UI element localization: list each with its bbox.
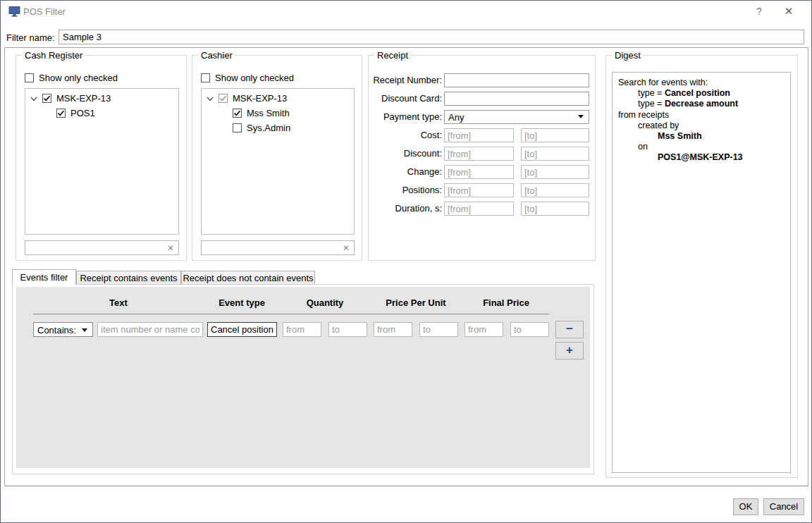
filter-name-input[interactable]: [59, 30, 804, 44]
tree-item-label: Mss Smith: [247, 108, 290, 118]
show-only-checked-label: Show only checked: [39, 73, 118, 83]
checkbox-checked[interactable]: [42, 94, 51, 103]
checkbox-unchecked[interactable]: [233, 123, 242, 133]
checkbox-checked[interactable]: [56, 109, 66, 118]
tree-item-label: MSK-EXP-13: [233, 93, 287, 104]
cashier-filter-input[interactable]: [203, 242, 338, 254]
match-mode-value: Contains:: [37, 325, 76, 336]
row-quantity-from-input[interactable]: [283, 322, 321, 337]
positions-label: Positions:: [369, 183, 442, 197]
column-header-quantity: Quantity: [283, 297, 367, 309]
change-from-input[interactable]: [444, 165, 514, 179]
column-header-text: Text: [48, 297, 189, 309]
payment-type-label: Payment type:: [369, 110, 442, 124]
tree-item[interactable]: Sys.Admin: [202, 121, 354, 135]
tree-item[interactable]: MSK-EXP-13: [202, 91, 354, 106]
column-header-event-type: Event type: [192, 297, 291, 309]
row-text-input[interactable]: [97, 322, 203, 337]
change-to-input[interactable]: [521, 165, 589, 179]
dropdown-arrow-icon: [82, 328, 87, 332]
duration-label: Duration, s:: [369, 202, 442, 216]
checkbox-unchecked[interactable]: [25, 73, 34, 82]
row-quantity-to-input[interactable]: [328, 322, 367, 337]
chevron-down-icon[interactable]: [30, 94, 38, 103]
cash-register-group: Cash Register Show only checked MSK-EXP-…: [16, 55, 187, 261]
row-final-price-from-input[interactable]: [465, 322, 503, 337]
filter-name-label: Filter name:: [6, 32, 55, 43]
duration-to-input[interactable]: [521, 202, 589, 216]
cash-register-tree: MSK-EXP-13 POS1: [25, 88, 179, 235]
cashier-filter-box: ✕: [201, 240, 355, 255]
digest-title: Digest: [612, 50, 644, 61]
cashier-tree: MSK-EXP-13 Mss Smith Sys.Admin: [201, 88, 355, 235]
help-icon[interactable]: ?: [744, 1, 775, 22]
duration-from-input[interactable]: [444, 202, 514, 216]
digest-group: Digest Search for events with: type = Ca…: [605, 55, 798, 478]
cost-to-input[interactable]: [521, 128, 589, 142]
digest-line: on: [618, 142, 785, 152]
discount-to-input[interactable]: [521, 147, 589, 161]
payment-type-value: Any: [448, 112, 464, 123]
title-bar: POS Filter ? ✕: [1, 1, 811, 22]
header-separator: [33, 314, 549, 314]
cashier-show-only-checked[interactable]: Show only checked: [201, 73, 294, 83]
close-icon[interactable]: ✕: [773, 1, 804, 22]
discount-card-label: Discount Card:: [369, 92, 442, 106]
ok-button[interactable]: OK: [733, 498, 758, 515]
add-row-button[interactable]: +: [555, 342, 584, 359]
match-mode-select[interactable]: Contains:: [33, 322, 93, 337]
tree-item[interactable]: POS1: [25, 106, 178, 121]
receipt-number-label: Receipt Number:: [369, 73, 442, 87]
receipt-group: Receipt Receipt Number: Discount Card: P…: [368, 55, 596, 261]
tree-item[interactable]: Mss Smith: [202, 106, 354, 121]
cash-register-filter-box: ✕: [25, 240, 179, 255]
row-final-price-to-input[interactable]: [510, 322, 549, 337]
discount-from-input[interactable]: [444, 147, 514, 161]
checkbox-unchecked[interactable]: [201, 73, 210, 82]
digest-text: Search for events with: type = Cancel po…: [612, 72, 791, 473]
discount-label: Discount:: [369, 147, 442, 161]
cashier-group: Cashier Show only checked MSK-EXP-13 Mss…: [192, 55, 362, 261]
window-title: POS Filter: [23, 6, 66, 17]
checkbox-partial[interactable]: [219, 94, 228, 103]
digest-line: type = Decrease amount: [618, 99, 785, 109]
tree-item-label: Sys.Admin: [247, 123, 290, 133]
receipt-number-input[interactable]: [444, 73, 589, 87]
row-price-per-unit-from-input[interactable]: [374, 322, 412, 337]
tab-receipt-does-not-contain-events[interactable]: Receipt does not contain events: [181, 271, 315, 285]
tab-events-filter[interactable]: Events filter: [12, 269, 76, 285]
remove-row-button[interactable]: −: [555, 321, 584, 338]
cash-register-show-only-checked[interactable]: Show only checked: [25, 73, 118, 83]
change-label: Change:: [369, 165, 442, 179]
digest-line: POS1@MSK-EXP-13: [618, 152, 785, 163]
cash-register-filter-input[interactable]: [27, 242, 163, 254]
column-header-final-price: Final Price: [464, 297, 548, 309]
cancel-button[interactable]: Cancel: [763, 498, 804, 515]
digest-line: created by: [618, 121, 785, 131]
receipt-title: Receipt: [374, 50, 411, 61]
cost-from-input[interactable]: [444, 128, 514, 142]
checkbox-checked[interactable]: [233, 109, 242, 118]
cashier-title: Cashier: [198, 50, 235, 61]
tree-item-label: POS1: [70, 108, 95, 118]
chevron-down-icon[interactable]: [206, 94, 214, 103]
discount-card-input[interactable]: [444, 92, 589, 106]
tab-receipt-contains-events[interactable]: Receipt contains events: [76, 271, 181, 285]
events-filter-table: Text Event type Quantity Price Per Unit …: [16, 287, 590, 468]
row-price-per-unit-to-input[interactable]: [419, 322, 458, 337]
show-only-checked-label: Show only checked: [215, 73, 294, 83]
cash-register-title: Cash Register: [22, 50, 85, 61]
digest-line: from receipts: [618, 110, 785, 121]
row-event-type-input[interactable]: [207, 322, 277, 337]
clear-icon[interactable]: ✕: [167, 242, 174, 254]
clear-icon[interactable]: ✕: [343, 242, 350, 254]
payment-type-select[interactable]: Any: [444, 110, 589, 124]
column-header-price-per-unit: Price Per Unit: [367, 297, 465, 309]
monitor-icon: [8, 6, 20, 19]
pos-filter-dialog: POS Filter ? ✕ Filter name: Cash Registe…: [0, 0, 812, 523]
tree-item[interactable]: MSK-EXP-13: [25, 91, 178, 106]
cost-label: Cost:: [369, 128, 442, 142]
positions-to-input[interactable]: [521, 183, 589, 197]
tree-item-label: MSK-EXP-13: [56, 93, 111, 104]
positions-from-input[interactable]: [444, 183, 514, 197]
